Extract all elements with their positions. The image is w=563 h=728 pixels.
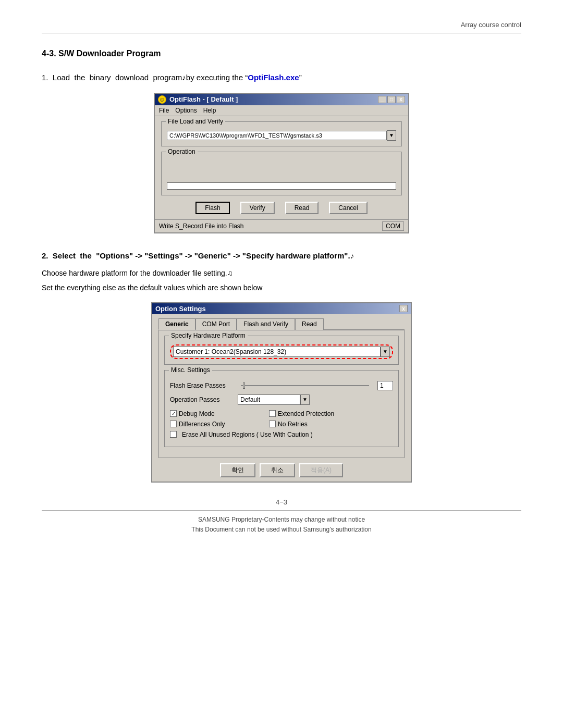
option-body: Generic COM Port Flash and Verify Read S… [152,314,411,482]
read-button[interactable]: Read [285,202,319,214]
cancel-button[interactable]: Cancel [329,202,367,214]
option-title: Option Settings [155,305,206,313]
hardware-platform-input[interactable] [173,347,381,357]
optiflash-exe: OptiFlash.exe [248,73,299,82]
operation-passes-input[interactable] [238,394,300,405]
option-titlebar: Option Settings x [152,303,411,314]
debug-mode-checkbox[interactable] [170,410,177,417]
optiflash-buttons: Flash Verify Read Cancel [161,202,402,214]
footer: SAMSUNG Proprietary-Contents may change … [42,515,521,535]
optiflash-body: File Load and Verify ▼ Operation Flash V… [155,116,408,219]
menu-help[interactable]: Help [203,107,216,114]
tab-flash-verify[interactable]: Flash and Verify [237,318,295,330]
flash-erase-label: Flash Erase Passes [170,382,232,389]
operation-passes-dropdown[interactable]: ▼ [300,394,310,405]
file-load-group: File Load and Verify ▼ [161,121,402,146]
erase-all-checkbox[interactable] [170,431,177,438]
flash-button[interactable]: Flash [195,202,229,214]
differences-only-checkbox[interactable] [170,421,177,427]
file-dropdown-btn[interactable]: ▼ [387,130,396,141]
optiflash-titlebar: ☺ OptiFlash - [ Default ] _ □ x [155,94,408,105]
operation-progress-area [167,157,396,178]
checkbox-row-1: Debug Mode Extended Protection [170,410,393,417]
footer-line2: This Document can not be used without Sa… [42,525,521,535]
tab-content-generic: Specify Hardware Platform ▼ Misc. Settin… [158,330,405,458]
optiflash-window: ☺ OptiFlash - [ Default ] _ □ x File Opt… [154,93,409,233]
operation-passes-row: Operation Passes ▼ [170,394,393,405]
menu-options[interactable]: Options [175,107,197,114]
no-retries-label: No Retries [278,421,308,428]
differences-only-item: Differences Only [170,421,264,428]
footer-line1: SAMSUNG Proprietary-Contents may change … [42,515,521,525]
page-number-bottom: 4−3 [42,498,521,506]
flash-erase-slider[interactable] [238,382,372,389]
option-buttons: 확인 취소 적용(A) [158,463,405,477]
tab-generic[interactable]: Generic [158,318,195,330]
optiflash-title: OptiFlash - [ Default ] [169,95,238,103]
operation-passes-label: Operation Passes [170,396,232,403]
extended-protection-label: Extended Protection [278,410,334,417]
step2-text: 2. Select the "Options" -> "Settings" ->… [42,249,521,263]
optiflash-menubar: File Options Help [155,105,408,116]
file-path-input[interactable] [167,131,387,140]
extended-protection-item: Extended Protection [269,410,363,417]
progress-bar [167,182,396,190]
operation-title: Operation [166,148,198,155]
no-retries-item: No Retries [269,421,363,428]
tab-bar: Generic COM Port Flash and Verify Read [158,318,405,330]
restore-button[interactable]: □ [387,96,396,103]
top-divider [42,33,521,33]
misc-group: Misc. Settings Flash Erase Passes 1 Oper… [164,370,399,447]
cancel-button[interactable]: 취소 [260,463,295,477]
misc-group-title: Misc. Settings [169,366,212,374]
checkbox-row-2: Differences Only No Retries [170,421,393,428]
section-title: 4-3. S/W Downloader Program [42,49,521,58]
debug-mode-label: Debug Mode [179,410,215,417]
ok-button[interactable]: 확인 [220,463,255,477]
minimize-button[interactable]: _ [378,96,386,103]
debug-mode-item: Debug Mode [170,410,264,417]
hardware-oval-highlight: ▼ [170,344,393,359]
hardware-group: Specify Hardware Platform ▼ [164,336,399,365]
hardware-group-title: Specify Hardware Platform [169,332,248,339]
statusbar-text: Write S_Record File into Flash [159,223,244,230]
hardware-dropdown-btn[interactable]: ▼ [381,347,390,357]
step1-text: 1. Load the binary download program♪by e… [42,71,521,84]
extended-protection-checkbox[interactable] [269,410,276,417]
optiflash-icon: ☺ [158,95,166,104]
statusbar-com: COM [382,221,404,231]
differences-only-label: Differences Only [179,421,225,428]
menu-file[interactable]: File [159,107,169,114]
no-retries-checkbox[interactable] [269,421,276,427]
tab-comport[interactable]: COM Port [195,318,237,330]
operation-group: Operation [161,152,402,195]
page-header: Array course control [42,21,521,33]
flash-erase-row: Flash Erase Passes 1 [170,381,393,390]
erase-all-label: Erase All Unused Regions ( Use With Caut… [182,431,313,438]
flash-erase-value[interactable]: 1 [377,381,393,390]
optiflash-statusbar: Write S_Record File into Flash COM [155,219,408,232]
step2-sub2: Set the everything else as the default v… [42,282,521,293]
tab-read[interactable]: Read [295,318,324,330]
bottom-divider [42,510,521,511]
close-button[interactable]: x [397,96,405,103]
option-close-button[interactable]: x [399,305,408,312]
apply-button[interactable]: 적용(A) [299,463,343,477]
option-settings-window: Option Settings x Generic COM Port Flash… [151,302,412,483]
erase-all-row: Erase All Unused Regions ( Use With Caut… [170,431,393,438]
verify-button[interactable]: Verify [240,202,275,214]
step2-sub1: Choose hardware platform for the downloa… [42,267,521,279]
file-load-title: File Load and Verify [166,118,225,125]
header-label: Array course control [42,21,521,29]
